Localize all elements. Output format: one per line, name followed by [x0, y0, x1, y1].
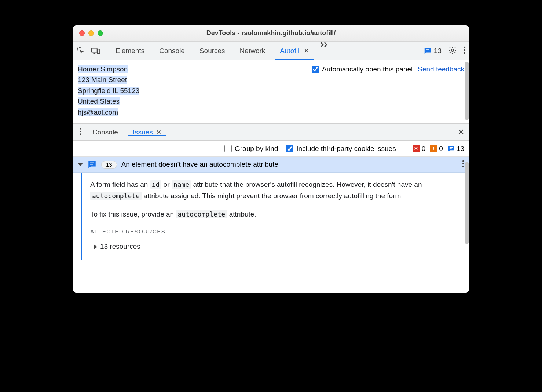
chevron-right-icon — [94, 244, 97, 249]
devtools-window: DevTools - rsolomakhin.github.io/autofil… — [73, 25, 469, 293]
warning-icon: ! — [430, 145, 437, 152]
tab-console[interactable]: Console — [152, 42, 192, 60]
error-count[interactable]: ✕ 0 — [413, 145, 426, 153]
code-autocomplete: autocomplete — [90, 192, 142, 200]
autofill-controls: Automatically open this panel Send feedb… — [312, 64, 464, 118]
minimize-window-button[interactable] — [88, 30, 94, 36]
chat-icon — [87, 160, 97, 169]
third-party-label: Include third-party cookie issues — [296, 145, 396, 153]
inspect-element-icon[interactable] — [76, 46, 86, 56]
svg-point-9 — [464, 52, 465, 53]
address-line: hjs@aol.com — [78, 108, 118, 116]
svg-point-19 — [462, 166, 464, 167]
svg-point-11 — [80, 131, 81, 132]
autofill-address: Homer Simpson 123 Main Street Springfiel… — [78, 64, 139, 118]
code-autocomplete: autocomplete — [176, 210, 227, 218]
third-party-checkbox[interactable] — [286, 145, 293, 152]
auto-open-checkbox[interactable] — [312, 66, 319, 73]
tab-autofill[interactable]: Autofill ✕ — [272, 42, 316, 60]
issues-count: 13 — [434, 47, 442, 55]
detail-gutter — [73, 173, 90, 260]
resources-toggle[interactable]: 13 resources — [90, 241, 458, 252]
window-title: DevTools - rsolomakhin.github.io/autofil… — [73, 29, 469, 37]
close-window-button[interactable] — [79, 30, 85, 36]
issue-list: 13 An element doesn't have an autocomple… — [73, 157, 469, 293]
svg-rect-5 — [426, 51, 428, 51]
third-party-row[interactable]: Include third-party cookie issues — [286, 145, 396, 153]
issue-description: A form field has an id or name attribute… — [90, 173, 469, 260]
drawer-menu-icon[interactable] — [76, 128, 85, 137]
device-toggle-icon[interactable] — [91, 46, 100, 56]
issue-count-pill: 13 — [101, 161, 117, 169]
autofill-panel: Homer Simpson 123 Main Street Springfiel… — [73, 60, 469, 123]
issue-detail: A form field has an id or name attribute… — [73, 173, 469, 260]
accent-bar — [81, 173, 82, 260]
auto-open-label: Automatically open this panel — [322, 65, 413, 73]
drawer-tabs: Console Issues ✕ ✕ — [73, 124, 469, 141]
maximize-window-button[interactable] — [98, 30, 103, 36]
code-id: id — [150, 180, 162, 189]
svg-rect-13 — [450, 147, 453, 148]
main-toolbar: Elements Console Sources Network Autofil… — [73, 42, 469, 60]
scrollbar[interactable] — [465, 62, 469, 120]
svg-rect-15 — [90, 163, 94, 163]
drawer-tab-console[interactable]: Console — [85, 128, 125, 136]
svg-point-12 — [80, 133, 81, 135]
issues-filter-bar: Group by kind Include third-party cookie… — [73, 141, 469, 157]
group-by-kind-label: Group by kind — [235, 145, 278, 153]
send-feedback-link[interactable]: Send feedback — [418, 65, 464, 73]
resources-count-label: 13 resources — [100, 241, 140, 252]
svg-rect-3 — [98, 49, 100, 53]
issue-row[interactable]: 13 An element doesn't have an autocomple… — [73, 157, 469, 173]
more-menu-icon[interactable] — [464, 46, 466, 56]
scrollbar[interactable] — [465, 162, 469, 244]
window-titlebar: DevTools - rsolomakhin.github.io/autofil… — [73, 25, 469, 42]
info-count[interactable]: 13 — [447, 145, 464, 153]
issue-row-menu-icon[interactable] — [462, 160, 464, 169]
issues-counter[interactable]: 13 — [424, 47, 442, 55]
svg-point-6 — [451, 49, 454, 51]
code-name: name — [172, 180, 191, 189]
issue-counts: ✕ 0 ! 0 13 — [413, 145, 464, 153]
address-line: 123 Main Street — [78, 76, 127, 84]
auto-open-checkbox-row[interactable]: Automatically open this panel — [312, 65, 413, 73]
svg-rect-4 — [426, 49, 429, 49]
chat-icon — [424, 47, 432, 55]
affected-resources-label: AFFECTED RESOURCES — [90, 227, 458, 236]
address-line: Springfield IL 55123 — [78, 87, 139, 95]
group-by-kind-row[interactable]: Group by kind — [224, 145, 278, 153]
content-area: Homer Simpson 123 Main Street Springfiel… — [73, 60, 469, 293]
svg-point-10 — [80, 128, 81, 129]
tab-sources[interactable]: Sources — [192, 42, 232, 60]
svg-point-7 — [464, 46, 465, 48]
address-line: Homer Simpson — [78, 65, 128, 73]
more-tabs-icon[interactable] — [316, 42, 332, 60]
svg-rect-16 — [90, 164, 93, 165]
gear-icon — [448, 46, 457, 55]
issue-title: An element doesn't have an autocomplete … — [121, 160, 458, 169]
svg-point-18 — [462, 163, 464, 164]
close-tab-icon[interactable]: ✕ — [304, 47, 309, 55]
drawer-tab-issues[interactable]: Issues ✕ — [125, 128, 169, 136]
svg-rect-1 — [92, 48, 97, 52]
chat-icon — [447, 145, 455, 152]
close-drawer-tab-icon[interactable]: ✕ — [156, 128, 161, 136]
tab-elements[interactable]: Elements — [108, 42, 152, 60]
traffic-lights — [73, 30, 103, 36]
main-tabs: Elements Console Sources Network Autofil… — [108, 42, 419, 60]
warning-count[interactable]: ! 0 — [430, 145, 443, 153]
group-by-kind-checkbox[interactable] — [224, 145, 232, 152]
svg-rect-14 — [450, 148, 452, 149]
close-drawer-icon[interactable]: ✕ — [458, 127, 464, 137]
tab-autofill-label: Autofill — [280, 47, 301, 55]
error-icon: ✕ — [413, 145, 420, 152]
divider — [404, 144, 404, 154]
svg-point-8 — [464, 49, 465, 51]
settings-button[interactable] — [448, 46, 457, 56]
tab-network[interactable]: Network — [232, 42, 273, 60]
drawer-tab-issues-label: Issues — [133, 128, 153, 136]
svg-point-17 — [462, 160, 464, 162]
drawer: Console Issues ✕ ✕ Group by kind Include… — [73, 123, 469, 293]
address-line: United States — [78, 97, 120, 105]
chevron-down-icon[interactable] — [78, 163, 83, 166]
